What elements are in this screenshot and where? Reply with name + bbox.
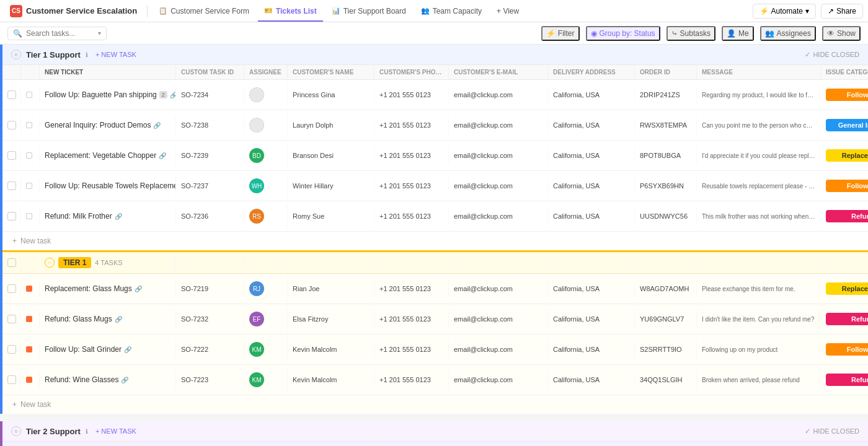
tier2-check-icon: ✓ [805,427,810,435]
col-taskid: CUSTOM TASK ID [176,65,244,79]
tab-tier-board[interactable]: 📊 Tier Support Board [326,0,412,22]
show-button[interactable]: 👁 Show [822,26,861,41]
g3-check[interactable] [2,340,21,359]
tier2-new-task-btn[interactable]: + NEW TASK [95,427,136,435]
g4-name[interactable]: Refund: Wine Glasses 🔗 [40,370,176,389]
g1-phone: +1 201 555 0123 [374,280,449,297]
tab-form[interactable]: 📋 Customer Service Form [153,0,255,22]
row4-email: email@clickup.com [449,177,548,195]
row4-name[interactable]: Follow Up: Reusable Towels Replacement 🔗 [40,177,176,195]
row2-avatar [249,118,264,133]
table-row: Follow Up: Baguette Pan shipping 2 🔗 SO-… [2,80,868,110]
table-row: Refund: Glass Mugs 🔗 SO-7232 EF Elsa Fit… [2,304,868,334]
col-ticket[interactable]: NEW TICKET [40,65,176,79]
t2-col-issue: ISSUE CATEGORY [821,442,868,446]
show-icon: 👁 [827,29,835,38]
g1-order: W8AGD7AOMH [635,280,697,297]
tier1-group-new-task-row[interactable]: + New task [2,395,868,414]
g-label: ○ TIER 1 4 TASKS [40,252,176,273]
me-button[interactable]: 👤 Me [722,26,754,41]
g2-name[interactable]: Refund: Glass Mugs 🔗 [40,310,176,328]
assignees-icon: 👥 [765,29,774,38]
tier1-hide-closed[interactable]: ✓ HIDE CLOSED [805,51,859,59]
g3-taskid: SO-7222 [176,341,244,358]
toolbar-right: ⚡ Filter ◉ Group by: Status ⤷ Subtasks 👤… [541,26,861,41]
tier1-group-count: 4 TASKS [95,259,122,266]
table-row: Refund: Wine Glasses 🔗 SO-7223 KM Kevin … [2,365,868,395]
g4-issue: Refund [821,369,868,391]
g4-customer-name: Kevin Malcolm [288,371,374,388]
info-icon: ℹ [86,51,88,58]
search-input[interactable] [26,29,94,38]
g1-taskid: SO-7219 [176,280,244,297]
share-button[interactable]: ↗ Share [821,4,863,19]
tier1-group-collapse[interactable]: ○ [45,258,55,268]
row4-phone: +1 201 555 0123 [374,177,449,195]
row1-name[interactable]: Follow Up: Baguette Pan shipping 2 🔗 [40,85,176,104]
search-chevron[interactable]: ▾ [98,30,101,37]
g-cname [288,258,374,268]
g1-assignee: RJ [244,276,288,301]
group-icon: ◉ [591,29,597,38]
tier1-support-title: Tier 1 Support [26,50,81,59]
row5-check[interactable] [2,207,21,225]
row3-name[interactable]: Replacement: Vegetable Chopper 🔗 [40,146,176,165]
row2-issue: General Inquiry [821,114,868,136]
row4-taskid: SO-7237 [176,177,244,195]
g1-name[interactable]: Replacement: Glass Mugs 🔗 [40,279,176,298]
tier2-support-title: Tier 2 Support [26,427,81,436]
tier1-new-task-btn[interactable]: + NEW TASK [95,51,136,58]
t2-col-ticket[interactable]: NEW TICKET [40,442,176,446]
col-assignee: ASSIGNEE [244,65,288,79]
tier1-new-task-row[interactable]: + New task [2,232,868,250]
tier2-table-header: NEW TICKET CUSTOM TASK ID ASSIGNEE CUSTO… [2,441,868,446]
row1-check[interactable] [2,85,21,104]
g-taskid [176,258,244,268]
row3-assignee: BD [244,143,288,168]
tier2-collapse-icon[interactable]: ○ [11,426,21,436]
row1-issue: Follow Up [821,84,868,106]
g3-email: email@clickup.com [449,341,548,358]
row2-name[interactable]: General Inquiry: Product Demos 🔗 [40,116,176,134]
row4-address: California, USA [548,177,635,195]
filter-button[interactable]: ⚡ Filter [541,26,580,41]
row1-email: email@clickup.com [449,86,548,103]
tier2-info-icon: ℹ [86,428,88,435]
g-issue [821,258,868,268]
g3-issue: Follow Up [821,338,868,361]
tab-view[interactable]: + View [490,0,525,22]
g-check[interactable] [2,253,21,272]
row3-address: California, USA [548,147,635,164]
filter-icon: ⚡ [546,29,556,38]
subtasks-button[interactable]: ⤷ Subtasks [666,26,715,41]
g3-message: Following up on my product [697,341,821,358]
row2-check[interactable] [2,116,21,134]
row5-address: California, USA [548,208,635,225]
group-by-button[interactable]: ◉ Group by: Status [586,26,660,41]
row5-name[interactable]: Refund: Milk Frother 🔗 [40,207,176,225]
automate-button[interactable]: ⚡ Automate ▾ [753,4,816,19]
tab-tickets[interactable]: 🎫 Tickets List [258,0,323,22]
search-box: 🔍 ▾ [7,27,107,40]
g-order [635,258,697,268]
tab-capacity[interactable]: 👥 Team Capacity [415,0,488,22]
table-row: Refund: Milk Frother 🔗 SO-7236 RS Romy S… [2,201,868,232]
row3-check[interactable] [2,146,21,165]
t2-col-taskid: CUSTOM TASK ID [176,442,244,446]
tier2-hide-closed[interactable]: ✓ HIDE CLOSED [805,427,859,435]
g2-check[interactable] [2,310,21,328]
g3-name[interactable]: Follow Up: Salt Grinder 🔗 [40,340,176,359]
row4-check[interactable] [2,177,21,195]
row3-customer-name: Branson Desi [288,147,374,164]
g4-phone: +1 201 555 0123 [374,371,449,388]
row4-priority [21,178,40,194]
row2-assignee [244,113,288,138]
tier1-collapse-icon[interactable]: ○ [11,50,21,59]
g1-check[interactable] [2,279,21,298]
g4-check[interactable] [2,370,21,389]
row5-customer-name: Romy Sue [288,208,374,225]
plus-icon: + [12,237,17,245]
row3-phone: +1 201 555 0123 [374,147,449,164]
row4-assignee: WH [244,173,288,198]
assignees-button[interactable]: 👥 Assignees [760,26,816,41]
